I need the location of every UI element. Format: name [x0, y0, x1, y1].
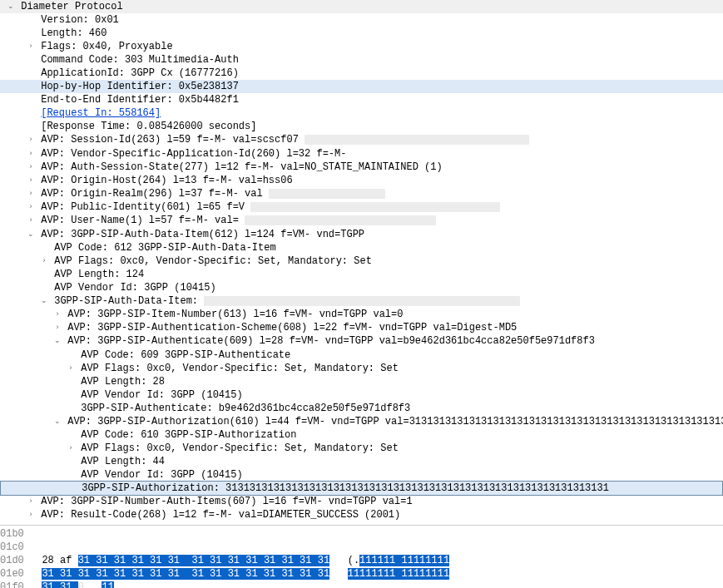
a609-len[interactable]: AVP Length: 28	[0, 375, 723, 388]
hex-row[interactable]: 01d0 28 af 31 31 31 31 31 31 31 31 31 31…	[0, 554, 723, 567]
a610-flags[interactable]: › AVP Flags: 0xc0, Vendor-Specific: Set,…	[0, 442, 723, 455]
avp-vsa[interactable]: › AVP: Vendor-Specific-Application-Id(26…	[0, 147, 723, 161]
chevron-down-icon[interactable]: ⌄	[40, 294, 48, 307]
chevron-down-icon[interactable]: ⌄	[53, 334, 62, 347]
field-resptime[interactable]: [Response Time: 0.085426000 seconds]	[0, 120, 723, 133]
chevron-down-icon[interactable]: ⌄	[27, 227, 35, 240]
field-command[interactable]: Command Code: 303 Multimedia-Auth	[0, 53, 723, 67]
a609-code[interactable]: AVP Code: 609 3GPP-SIP-Authenticate	[0, 348, 723, 362]
avp-orealm[interactable]: › AVP: Origin-Realm(296) l=37 f=-M- val	[0, 187, 723, 200]
tree-header[interactable]: ⌄ Diameter Protocol	[0, 0, 723, 13]
a610-code[interactable]: AVP Code: 610 3GPP-SIP-Authorization	[0, 428, 723, 442]
a610-len[interactable]: AVP Length: 44	[0, 455, 723, 468]
chevron-right-icon[interactable]: ›	[27, 39, 35, 52]
a609-flags[interactable]: › AVP Flags: 0xc0, Vendor-Specific: Set,…	[0, 362, 723, 375]
avp-result-code[interactable]: › AVP: Result-Code(268) l=12 f=-M- val=D…	[0, 508, 723, 521]
field-request-in[interactable]: [Request In: 558164]	[0, 106, 723, 120]
redacted-block	[269, 189, 385, 199]
chevron-right-icon[interactable]: ›	[27, 173, 35, 186]
chevron-right-icon[interactable]: ›	[40, 254, 48, 267]
chevron-right-icon[interactable]: ›	[27, 160, 35, 173]
chevron-right-icon[interactable]: ›	[27, 186, 35, 200]
redacted-block	[245, 215, 436, 225]
chevron-right-icon[interactable]: ›	[27, 494, 35, 507]
a610-val[interactable]: 3GPP-SIP-Authorization: 3131313131313131…	[0, 481, 723, 496]
chevron-right-icon[interactable]: ›	[67, 441, 75, 454]
a609-vid[interactable]: AVP Vendor Id: 3GPP (10415)	[0, 388, 723, 402]
hex-row[interactable]: 01f0 31 31 0 11...... ........	[0, 581, 723, 588]
chevron-right-icon[interactable]: ›	[27, 200, 35, 213]
request-in-link[interactable]: [Request In: 558164]	[41, 107, 161, 119]
avp-authorization[interactable]: ⌄ AVP: 3GPP-SIP-Authorization(610) l=44 …	[0, 415, 723, 428]
avp-authstate[interactable]: › AVP: Auth-Session-State(277) l=12 f=-M…	[0, 161, 723, 174]
hex-pane[interactable]: 01b0 01c0 01d0 28 af 31 31 31 31 31 31 3…	[0, 525, 723, 588]
chevron-right-icon[interactable]: ›	[53, 320, 62, 334]
field-flags[interactable]: › Flags: 0x40, Proxyable	[0, 40, 723, 53]
sadi-code[interactable]: AVP Code: 612 3GPP-SIP-Auth-Data-Item	[0, 241, 723, 254]
field-e2e[interactable]: End-to-End Identifier: 0x5b4482f1	[0, 93, 723, 106]
avp-ohost[interactable]: › AVP: Origin-Host(264) l=13 f=-M- val=h…	[0, 174, 723, 187]
redacted-block	[305, 135, 529, 145]
avp-uname[interactable]: › AVP: User-Name(1) l=57 f=-M- val=	[0, 214, 723, 227]
field-appid[interactable]: ApplicationId: 3GPP Cx (16777216)	[0, 67, 723, 80]
avp-session[interactable]: › AVP: Session-Id(263) l=59 f=-M- val=sc…	[0, 133, 723, 146]
a609-val[interactable]: 3GPP-SIP-Authenticate: b9e462d361bc4cca8…	[0, 402, 723, 415]
sadi-flags[interactable]: › AVP Flags: 0xc0, Vendor-Specific: Set,…	[0, 254, 723, 268]
chevron-right-icon[interactable]: ›	[27, 213, 35, 226]
chevron-right-icon[interactable]: ›	[27, 507, 35, 521]
hex-row[interactable]: 01b0	[0, 527, 723, 541]
field-hop[interactable]: Hop-by-Hop Identifier: 0x5e238137	[0, 80, 723, 93]
hex-row[interactable]: 01e0 31 31 31 31 31 31 31 31 31 31 31 31…	[0, 567, 723, 581]
header-title: Diameter Protocol	[21, 1, 122, 12]
avp-num-auth-items[interactable]: › AVP: 3GPP-SIP-Number-Auth-Items(607) l…	[0, 495, 723, 508]
redacted-block	[204, 296, 520, 306]
chevron-right-icon[interactable]: ›	[53, 307, 62, 320]
a610-vid[interactable]: AVP Vendor Id: 3GPP (10415)	[0, 468, 723, 482]
chevron-down-icon[interactable]: ⌄	[53, 414, 62, 427]
chevron-right-icon[interactable]: ›	[67, 361, 75, 374]
hex-row[interactable]: 01c0	[0, 541, 723, 554]
avp-pubid[interactable]: › AVP: Public-Identity(601) l=65 f=V	[0, 200, 723, 214]
field-length[interactable]: Length: 460	[0, 27, 723, 40]
redacted-block	[250, 202, 500, 212]
avp-authenticate[interactable]: ⌄ AVP: 3GPP-SIP-Authenticate(609) l=28 f…	[0, 334, 723, 348]
sadi-vid[interactable]: AVP Vendor Id: 3GPP (10415)	[0, 281, 723, 294]
chevron-right-icon[interactable]: ›	[27, 132, 35, 146]
avp-auth-scheme[interactable]: › AVP: 3GPP-SIP-Authentication-Scheme(60…	[0, 321, 723, 334]
avp-item-number[interactable]: › AVP: 3GPP-SIP-Item-Number(613) l=16 f=…	[0, 308, 723, 321]
sadi-len[interactable]: AVP Length: 124	[0, 268, 723, 281]
chevron-right-icon[interactable]: ›	[27, 146, 35, 160]
chevron-down-icon[interactable]: ⌄	[7, 0, 15, 12]
sadi-item[interactable]: ⌄ 3GPP-SIP-Auth-Data-Item:	[0, 294, 723, 308]
field-version[interactable]: Version: 0x01	[0, 13, 723, 27]
avp-sip-auth-data-item[interactable]: ⌄ AVP: 3GPP-SIP-Auth-Data-Item(612) l=12…	[0, 228, 723, 241]
